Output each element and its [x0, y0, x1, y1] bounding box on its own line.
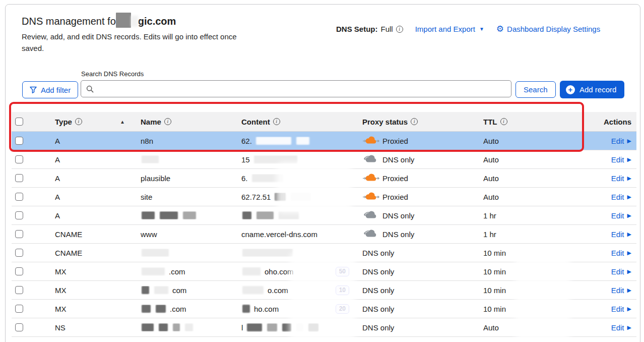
page-subtitle: Review, add, and edit DNS records. Edits… — [22, 31, 261, 54]
info-icon[interactable]: i — [273, 118, 280, 125]
edit-record-link[interactable]: Edit▶ — [611, 155, 631, 164]
proxy-status-cell: DNS only — [362, 267, 483, 276]
actions-cell: Edit▶ — [584, 286, 636, 295]
add-filter-button[interactable]: Add filter — [22, 81, 78, 98]
content-cell — [241, 211, 362, 219]
redacted-block — [185, 323, 193, 331]
name-cell — [141, 249, 241, 257]
edit-record-link[interactable]: Edit▶ — [611, 249, 631, 257]
redacted-block — [256, 137, 291, 145]
info-icon[interactable]: i — [75, 118, 82, 125]
row-checkbox-cell — [12, 286, 55, 294]
name-cell: .com — [141, 267, 241, 276]
row-checkbox[interactable] — [15, 174, 23, 182]
column-header-ttl[interactable]: TTLi — [483, 118, 584, 126]
add-record-button[interactable]: + Add record — [560, 81, 624, 98]
proxy-status-cell: DNS only — [362, 305, 483, 313]
edit-record-link[interactable]: Edit▶ — [611, 323, 631, 332]
dashboard-display-settings-link[interactable]: ⚙ Dashboard Display Settings — [496, 25, 600, 33]
select-all-checkbox[interactable] — [15, 118, 23, 126]
proxy-status-label: DNS only — [382, 230, 414, 239]
redacted-block — [142, 155, 159, 163]
search-input[interactable] — [98, 85, 506, 93]
edit-record-link[interactable]: Edit▶ — [611, 137, 631, 145]
table-row[interactable]: ADNS only1 hrEdit▶ — [12, 206, 636, 225]
row-checkbox-cell — [12, 230, 55, 238]
table-row[interactable]: An8n62.ProxiedAutoEdit▶ — [12, 132, 636, 150]
column-header-label: Content — [241, 118, 270, 126]
row-checkbox[interactable] — [15, 211, 23, 219]
edit-record-link[interactable]: Edit▶ — [611, 230, 631, 239]
table-row[interactable]: CNAMEwwwcname.vercel-dns.comDNS only1 hr… — [12, 225, 636, 244]
column-header-label: Type — [55, 118, 72, 126]
info-icon[interactable]: i — [500, 118, 507, 125]
record-content-text: oho.com — [265, 267, 294, 276]
redacted-block — [142, 211, 155, 219]
row-checkbox[interactable] — [15, 230, 23, 238]
table-row[interactable]: A15DNS onlyAutoEdit▶ — [12, 150, 636, 169]
type-cell: A — [55, 211, 141, 220]
redacted-block — [275, 193, 286, 201]
search-button[interactable]: Search — [516, 81, 556, 98]
title-redaction-blur — [131, 16, 138, 27]
edit-record-link[interactable]: Edit▶ — [611, 193, 631, 201]
redacted-block — [267, 323, 277, 331]
record-type: A — [55, 211, 60, 220]
record-type: MX — [55, 286, 67, 295]
import-export-menu[interactable]: Import and Export ▼ — [415, 25, 484, 33]
type-cell: MX — [55, 305, 141, 313]
proxy-status-label: DNS only — [362, 305, 394, 313]
chevron-right-icon: ▶ — [627, 250, 631, 256]
table-row[interactable]: NSlDNS onlyAutoEdit▶ — [12, 318, 636, 337]
redacted-block — [142, 249, 169, 257]
name-cell: .com — [141, 305, 241, 313]
row-checkbox[interactable] — [15, 267, 23, 275]
row-checkbox[interactable] — [15, 305, 23, 313]
proxied-cloud-icon — [362, 192, 379, 201]
proxied-cloud-icon — [362, 174, 379, 183]
table-row[interactable]: MX.comho.com20DNS only10 minEdit▶ — [12, 300, 636, 318]
table-row[interactable]: CNAMEDNS only10 minEdit▶ — [12, 244, 636, 262]
row-checkbox[interactable] — [15, 137, 23, 145]
row-checkbox[interactable] — [15, 249, 23, 257]
edit-record-link[interactable]: Edit▶ — [611, 305, 631, 313]
ttl-value: 10 min — [483, 305, 506, 313]
actions-cell: Edit▶ — [584, 305, 636, 313]
content-cell: o.com10 — [241, 286, 362, 295]
column-header-name[interactable]: Namei — [141, 118, 241, 126]
redacted-block — [279, 211, 299, 219]
row-checkbox-cell — [12, 267, 55, 275]
edit-record-link[interactable]: Edit▶ — [611, 267, 631, 276]
edit-record-link[interactable]: Edit▶ — [611, 286, 631, 295]
table-row[interactable]: Aplausible6.ProxiedAutoEdit▶ — [12, 169, 636, 188]
info-icon[interactable]: i — [164, 118, 171, 125]
table-row[interactable] — [12, 337, 636, 342]
sort-ascending-icon[interactable]: ▲ — [120, 119, 125, 125]
table-row[interactable]: MXcomo.com10DNS only10 minEdit▶ — [12, 281, 636, 300]
proxy-status-cell: Proxied — [362, 192, 483, 201]
info-icon[interactable]: i — [411, 118, 418, 125]
content-cell: 62. — [241, 137, 362, 145]
ttl-value: Auto — [483, 323, 499, 332]
row-checkbox[interactable] — [15, 193, 23, 201]
column-header-proxy[interactable]: Proxy statusi — [362, 118, 483, 126]
row-checkbox[interactable] — [15, 155, 23, 163]
search-field[interactable] — [81, 80, 511, 97]
column-header-type[interactable]: Typei — [55, 118, 141, 126]
actions-cell: Edit▶ — [584, 249, 636, 257]
add-record-label: Add record — [579, 85, 616, 94]
column-header-actions[interactable]: Actions — [584, 118, 636, 126]
redacted-block — [247, 323, 262, 331]
table-row[interactable]: Asite62.72.51ProxiedAutoEdit▶ — [12, 188, 636, 206]
ttl-cell: 1 hr — [483, 211, 584, 220]
redacted-block — [254, 155, 297, 163]
row-checkbox[interactable] — [15, 286, 23, 294]
edit-record-link[interactable]: Edit▶ — [611, 174, 631, 183]
actions-cell: Edit▶ — [584, 323, 636, 332]
table-row[interactable]: MX.comoho.com50DNS only10 minEdit▶ — [12, 262, 636, 281]
column-header-content[interactable]: Contenti — [241, 118, 362, 126]
row-checkbox[interactable] — [15, 323, 23, 331]
proxy-status-cell: DNS only — [362, 211, 483, 220]
info-icon[interactable]: i — [396, 26, 403, 33]
edit-record-link[interactable]: Edit▶ — [611, 211, 631, 220]
